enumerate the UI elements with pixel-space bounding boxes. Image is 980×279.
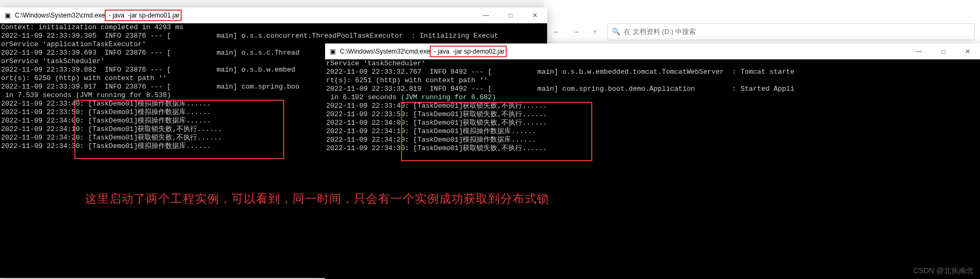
explorer-toolbar: ← → ↑ 🔍: [544, 0, 980, 48]
explorer-search[interactable]: 🔍: [607, 23, 975, 40]
forward-icon[interactable]: →: [569, 25, 583, 39]
task-line: 2022-11-09 22:34:00: [TaskDemo01]获取锁失败,不…: [326, 119, 979, 127]
title-command-2: - java -jar sp-demo02.jar: [430, 46, 507, 57]
close-icon[interactable]: ✕: [956, 43, 980, 59]
minimize-icon[interactable]: —: [474, 7, 498, 23]
titlebar-1[interactable]: ▣ C:\Windows\System32\cmd.exe - java -ja…: [0, 7, 547, 23]
task-line: 2022-11-09 22:33:50: [TaskDemo01]获取锁失败,不…: [326, 110, 979, 119]
up-icon[interactable]: ↑: [588, 25, 602, 39]
title-path-2: C:\Windows\System32\cmd.exe: [340, 47, 430, 56]
log-line: rService 'taskScheduler': [326, 59, 979, 68]
task-line: 2022-11-09 22:34:10: [TaskDemo01]模拟操作数据库…: [326, 127, 979, 136]
task-line: 2022-11-09 22:33:40: [TaskDemo01]获取锁失败,不…: [326, 102, 979, 110]
title-path-1: C:\Windows\System32\cmd.exe: [15, 11, 105, 20]
minimize-icon[interactable]: —: [907, 43, 931, 59]
maximize-icon[interactable]: □: [931, 43, 956, 59]
titlebar-2[interactable]: ▣ C:\Windows\System32\cmd.exe - java -ja…: [325, 43, 980, 59]
log-line: in 6.102 seconds (JVM running for 6.682): [326, 93, 979, 102]
terminal-output-2[interactable]: rService 'taskScheduler'2022-11-09 22:33…: [325, 59, 980, 153]
task-line: 2022-11-09 22:34:30: [TaskDemo01]获取锁失败,不…: [326, 144, 979, 153]
cmd-window-2: ▣ C:\Windows\System32\cmd.exe - java -ja…: [325, 43, 980, 279]
task-line: 2022-11-09 22:34:20: [TaskDemo01]模拟操作数据库…: [326, 136, 979, 144]
maximize-icon[interactable]: □: [498, 7, 523, 23]
watermark: CSDN @北执南念: [913, 266, 974, 276]
search-input[interactable]: [624, 28, 970, 36]
close-icon[interactable]: ✕: [523, 7, 547, 23]
log-line: 2022-11-09 22:33:32.819 INFO 9492 --- [ …: [326, 85, 979, 93]
log-line: rt(s): 6251 (http) with context path '': [326, 76, 979, 85]
cmd-icon: ▣: [0, 11, 15, 20]
log-line: Context: initialization completed in 429…: [1, 23, 546, 32]
annotation-text: 这里启动了两个工程实例，可以看到，同一时间，只会有一个实例成功获取到分布式锁: [85, 191, 549, 207]
back-icon[interactable]: ←: [550, 25, 564, 39]
log-line: 2022-11-09 22:33:32.767 INFO 9492 --- [ …: [326, 68, 979, 76]
search-icon: 🔍: [612, 28, 620, 36]
title-command-1: - java -jar sp-demo01.jar: [105, 10, 182, 21]
log-line: 2022-11-09 22:33:39.305 INFO 23876 --- […: [1, 32, 546, 40]
cmd-icon: ▣: [325, 47, 340, 56]
